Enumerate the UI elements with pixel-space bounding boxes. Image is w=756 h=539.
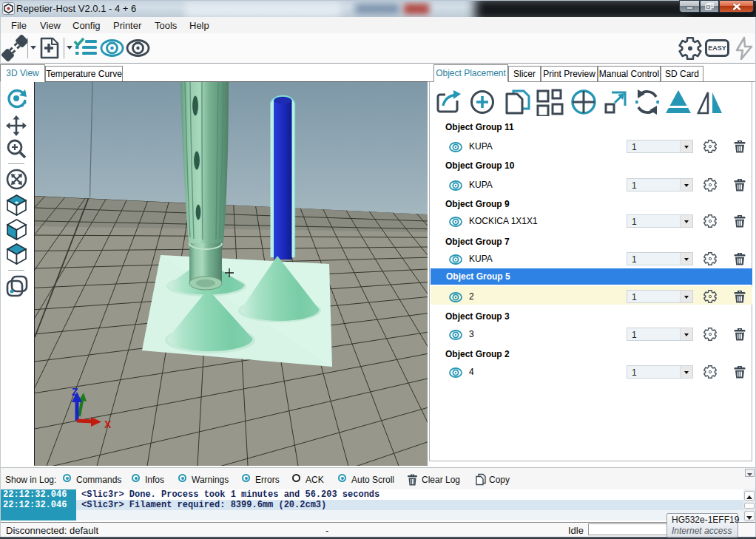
svg-text:Z: Z (72, 386, 78, 398)
svg-text:X: X (104, 418, 112, 430)
